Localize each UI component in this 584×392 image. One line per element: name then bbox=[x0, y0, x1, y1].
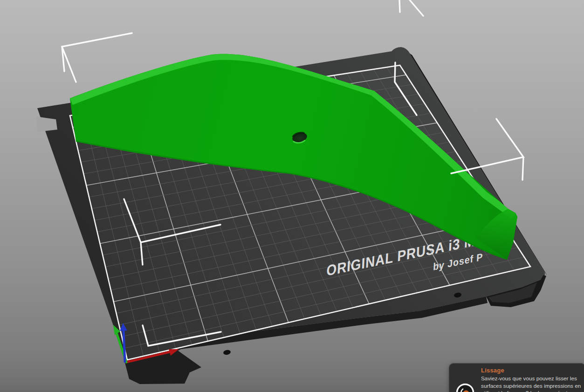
notification-title: Lissage bbox=[481, 367, 584, 374]
bed-screw-hole bbox=[223, 350, 231, 356]
bracket-top-back bbox=[399, 0, 423, 16]
prusaslicer-hint-icon bbox=[455, 383, 475, 392]
notification-toast[interactable]: Lissage Saviez-vous que vous pouvez liss… bbox=[449, 363, 584, 392]
notification-body-line: utilisant le lissage ? La buse exécutera… bbox=[481, 390, 584, 392]
prusaslicer-3d-viewport-screenshot: { "scene": { "background_top": "#bababa"… bbox=[0, 0, 584, 392]
notification-body-line: surfaces supérieures des impressions en bbox=[481, 383, 584, 390]
viewport-3d[interactable]: ORIGINAL PRUSA i3 M by Josef P bbox=[0, 0, 584, 392]
notification-body-line: Saviez-vous que vous pouvez lisser les bbox=[481, 375, 584, 383]
bracket-top-left bbox=[62, 33, 132, 82]
notification-text: Lissage Saviez-vous que vous pouvez liss… bbox=[481, 364, 584, 392]
notification-icon-area bbox=[449, 364, 481, 392]
